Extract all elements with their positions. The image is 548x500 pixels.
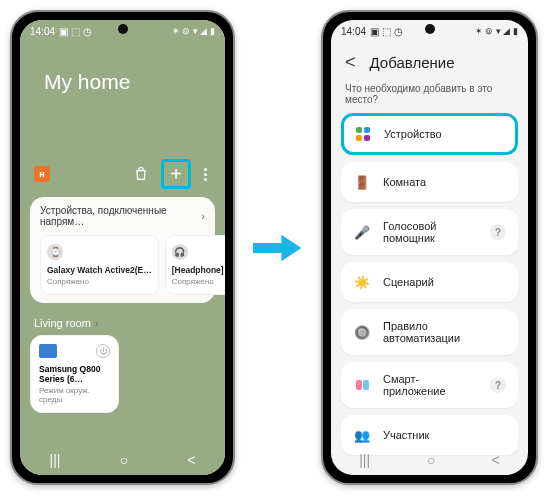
- bag-icon[interactable]: [129, 162, 153, 186]
- watch-icon: ⌚: [47, 244, 63, 260]
- list-item-label: Голосовой помощник: [383, 220, 478, 244]
- help-icon[interactable]: ?: [490, 224, 506, 240]
- add-item-automation[interactable]: 🔘 Правило автоматизации: [341, 309, 518, 355]
- help-icon[interactable]: ?: [490, 377, 506, 393]
- add-item-room[interactable]: 🚪 Комната: [341, 162, 518, 202]
- add-item-smartapp[interactable]: Смарт-приложение ?: [341, 362, 518, 408]
- phone-add-frame: 14:04 ▣ ⬚ ◷ ✶ ⊚ ▾ ◢ ▮ < Добавление Что н…: [321, 10, 538, 485]
- list-item-label: Комната: [383, 176, 506, 188]
- list-item-label: Сценарий: [383, 276, 506, 288]
- add-item-device[interactable]: Устройство: [341, 113, 518, 155]
- device-status: Сопряжено: [47, 277, 152, 286]
- home-title: My home: [44, 70, 215, 94]
- list-item-label: Участник: [383, 429, 506, 441]
- more-menu-button[interactable]: [199, 162, 211, 186]
- nav-back-icon[interactable]: <: [187, 452, 195, 468]
- add-item-voice[interactable]: 🎤 Голосовой помощник ?: [341, 209, 518, 255]
- status-left-icons: ▣ ⬚ ◷: [59, 26, 92, 37]
- plus-icon: +: [170, 163, 182, 186]
- chevron-right-icon: ›: [201, 210, 205, 222]
- home-screen: 14:04 ▣ ⬚ ◷ ✶ ⊚ ▾ ◢ ▮ My home н +: [20, 20, 225, 475]
- device-tile-headphone[interactable]: 🎧 [Headphone] Galaxy Bud… Сопряжено: [165, 235, 225, 295]
- add-item-scene[interactable]: ☀️ Сценарий: [341, 262, 518, 302]
- devices-icon: [354, 125, 372, 143]
- device-name: Samsung Q800 Series (6…: [39, 364, 110, 384]
- page-title: Добавление: [370, 54, 455, 71]
- tv-icon: [39, 344, 57, 358]
- door-icon: 🚪: [353, 173, 371, 191]
- arrow-right-icon: [253, 226, 303, 270]
- section-title: Устройства, подключенные напрям…: [40, 205, 201, 227]
- play-circle-icon: 🔘: [353, 323, 371, 341]
- status-left-icons: ▣ ⬚ ◷: [370, 26, 403, 37]
- android-nav-bar: ||| ○ <: [20, 445, 225, 475]
- list-item-label: Смарт-приложение: [383, 373, 478, 397]
- status-right-icons: ✶ ⊚ ▾ ◢ ▮: [475, 26, 518, 36]
- device-name: Galaxy Watch Active2(E…: [47, 265, 152, 275]
- power-icon[interactable]: ⏻: [96, 344, 110, 358]
- add-screen: 14:04 ▣ ⬚ ◷ ✶ ⊚ ▾ ◢ ▮ < Добавление Что н…: [331, 20, 528, 475]
- headphone-icon: 🎧: [172, 244, 188, 260]
- more-dots-icon: [204, 168, 207, 181]
- nav-back-icon[interactable]: <: [492, 452, 500, 468]
- nav-home-icon[interactable]: ○: [427, 452, 435, 468]
- device-status: Режим окруж. среды: [39, 386, 110, 404]
- nav-recent-icon[interactable]: |||: [359, 452, 370, 468]
- chevron-right-icon: ›: [95, 317, 99, 329]
- sun-icon: ☀️: [353, 273, 371, 291]
- app-icon: [353, 376, 371, 394]
- camera-notch: [425, 24, 435, 34]
- microphone-icon: 🎤: [353, 223, 371, 241]
- add-plus-button[interactable]: +: [161, 159, 191, 189]
- status-time: 14:04: [341, 26, 366, 37]
- direct-devices-section[interactable]: Устройства, подключенные напрям… › ⌚ Gal…: [30, 197, 215, 303]
- device-tile-watch[interactable]: ⌚ Galaxy Watch Active2(E… Сопряжено: [40, 235, 159, 295]
- status-right-icons: ✶ ⊚ ▾ ◢ ▮: [172, 26, 215, 36]
- status-time: 14:04: [30, 26, 55, 37]
- camera-notch: [118, 24, 128, 34]
- add-question: Что необходимо добавить в это место?: [331, 79, 528, 113]
- android-nav-bar: ||| ○ <: [331, 445, 528, 475]
- notification-badge-icon[interactable]: н: [34, 166, 50, 182]
- room-device-tile[interactable]: ⏻ Samsung Q800 Series (6… Режим окруж. с…: [30, 335, 119, 413]
- nav-recent-icon[interactable]: |||: [50, 452, 61, 468]
- device-name: [Headphone] Galaxy Bud…: [172, 265, 225, 275]
- back-icon[interactable]: <: [345, 52, 356, 73]
- list-item-label: Правило автоматизации: [383, 320, 506, 344]
- nav-home-icon[interactable]: ○: [120, 452, 128, 468]
- phone-home-frame: 14:04 ▣ ⬚ ◷ ✶ ⊚ ▾ ◢ ▮ My home н +: [10, 10, 235, 485]
- people-icon: 👥: [353, 426, 371, 444]
- room-label[interactable]: Living room ›: [34, 317, 215, 329]
- device-status: Сопряжено: [172, 277, 225, 286]
- list-item-label: Устройство: [384, 128, 505, 140]
